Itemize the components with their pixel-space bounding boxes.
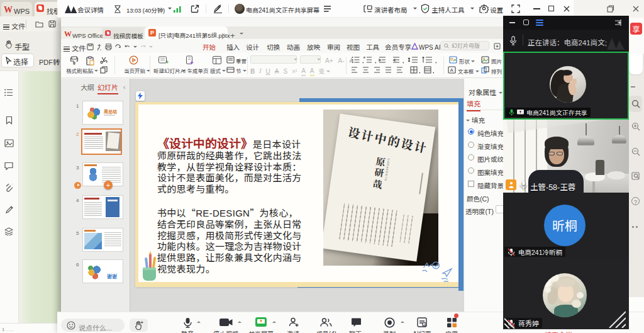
svg-text:A: A [450, 67, 454, 73]
